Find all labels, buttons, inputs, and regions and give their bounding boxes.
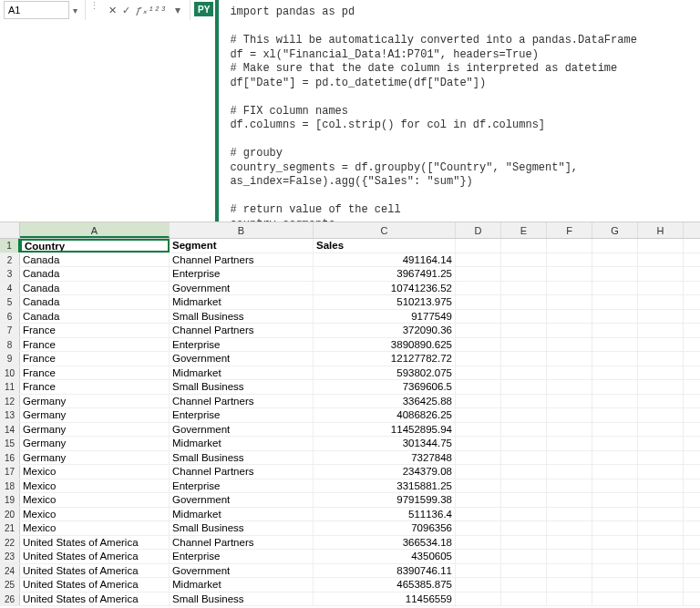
cell-H16[interactable] — [638, 451, 684, 465]
cell-F1[interactable] — [547, 239, 592, 252]
cell-C23[interactable]: 4350605 — [314, 550, 456, 563]
cell-E15[interactable] — [501, 437, 547, 450]
cell-D25[interactable] — [456, 578, 501, 592]
enter-icon[interactable] — [122, 5, 130, 16]
cell-B10[interactable]: Midmarket — [170, 366, 314, 380]
row-header[interactable]: 13 — [0, 408, 20, 422]
row-header[interactable]: 22 — [0, 536, 20, 550]
column-header-B[interactable]: B — [170, 222, 314, 238]
cell-H20[interactable] — [638, 508, 684, 521]
cell-G10[interactable] — [592, 366, 638, 380]
cell-F26[interactable] — [547, 593, 592, 606]
cell-G19[interactable] — [592, 493, 638, 507]
cell-G8[interactable] — [592, 338, 638, 352]
cell-A9[interactable]: France — [20, 352, 170, 366]
cell-A11[interactable]: France — [20, 380, 170, 394]
row-header[interactable]: 6 — [0, 310, 20, 324]
cell-F3[interactable] — [547, 267, 592, 281]
cell-A21[interactable]: Mexico — [20, 521, 170, 535]
cell-B8[interactable]: Enterprise — [170, 338, 314, 352]
cell-F2[interactable] — [547, 253, 592, 267]
cell-D11[interactable] — [456, 380, 501, 394]
row-header[interactable]: 15 — [0, 437, 20, 450]
cell-B6[interactable]: Small Business — [170, 310, 314, 324]
cell-H25[interactable] — [638, 578, 684, 592]
cell-D21[interactable] — [456, 521, 501, 535]
row-header[interactable]: 5 — [0, 295, 20, 309]
cell-F18[interactable] — [547, 479, 592, 493]
fx-icon[interactable]: ƒₓ¹²³ — [136, 5, 166, 16]
cell-G15[interactable] — [592, 437, 638, 450]
cell-E5[interactable] — [501, 295, 547, 309]
cell-F25[interactable] — [547, 578, 592, 592]
cell-D5[interactable] — [456, 295, 501, 309]
cell-A7[interactable]: France — [20, 324, 170, 337]
cell-A10[interactable]: France — [20, 366, 170, 380]
cell-C9[interactable]: 12127782.72 — [314, 352, 456, 366]
cell-H19[interactable] — [638, 493, 684, 507]
cell-F8[interactable] — [547, 338, 592, 352]
row-header[interactable]: 10 — [0, 366, 20, 380]
cell-A1[interactable]: Country — [20, 239, 170, 252]
cell-D24[interactable] — [456, 564, 501, 578]
row-header[interactable]: 1 — [0, 239, 20, 252]
cell-D19[interactable] — [456, 493, 501, 507]
cell-G3[interactable] — [592, 267, 638, 281]
cell-B12[interactable]: Channel Partners — [170, 395, 314, 408]
cell-E12[interactable] — [501, 395, 547, 408]
cell-B5[interactable]: Midmarket — [170, 295, 314, 309]
cell-C5[interactable]: 510213.975 — [314, 295, 456, 309]
cell-C17[interactable]: 234379.08 — [314, 465, 456, 479]
cell-E6[interactable] — [501, 310, 547, 324]
cell-C12[interactable]: 336425.88 — [314, 395, 456, 408]
cell-B26[interactable]: Small Business — [170, 593, 314, 606]
cell-A12[interactable]: Germany — [20, 395, 170, 408]
row-header[interactable]: 7 — [0, 324, 20, 337]
cell-H11[interactable] — [638, 380, 684, 394]
row-header[interactable]: 17 — [0, 465, 20, 479]
cell-F7[interactable] — [547, 324, 592, 337]
cell-F4[interactable] — [547, 282, 592, 295]
cell-C16[interactable]: 7327848 — [314, 451, 456, 465]
cell-G14[interactable] — [592, 423, 638, 437]
cell-H10[interactable] — [638, 366, 684, 380]
cell-C3[interactable]: 3967491.25 — [314, 267, 456, 281]
cell-D10[interactable] — [456, 366, 501, 380]
cell-C10[interactable]: 593802.075 — [314, 366, 456, 380]
cell-D16[interactable] — [456, 451, 501, 465]
cell-G1[interactable] — [592, 239, 638, 252]
cell-E10[interactable] — [501, 366, 547, 380]
cell-B17[interactable]: Channel Partners — [170, 465, 314, 479]
cell-F12[interactable] — [547, 395, 592, 408]
cell-C13[interactable]: 4086826.25 — [314, 408, 456, 422]
cell-A6[interactable]: Canada — [20, 310, 170, 324]
cell-E13[interactable] — [501, 408, 547, 422]
cell-F22[interactable] — [547, 536, 592, 550]
cell-H22[interactable] — [638, 536, 684, 550]
cell-A18[interactable]: Mexico — [20, 479, 170, 493]
row-header[interactable]: 9 — [0, 352, 20, 366]
cell-B2[interactable]: Channel Partners — [170, 253, 314, 267]
cell-H23[interactable] — [638, 550, 684, 563]
row-header[interactable]: 11 — [0, 380, 20, 394]
cell-B16[interactable]: Small Business — [170, 451, 314, 465]
cell-C8[interactable]: 3890890.625 — [314, 338, 456, 352]
cell-G26[interactable] — [592, 593, 638, 606]
cell-H15[interactable] — [638, 437, 684, 450]
cell-D9[interactable] — [456, 352, 501, 366]
cell-B9[interactable]: Government — [170, 352, 314, 366]
row-header[interactable]: 19 — [0, 493, 20, 507]
cell-F21[interactable] — [547, 521, 592, 535]
row-header[interactable]: 4 — [0, 282, 20, 295]
cell-H14[interactable] — [638, 423, 684, 437]
cell-H2[interactable] — [638, 253, 684, 267]
cell-F11[interactable] — [547, 380, 592, 394]
cell-E4[interactable] — [501, 282, 547, 295]
row-header[interactable]: 24 — [0, 564, 20, 578]
cell-G17[interactable] — [592, 465, 638, 479]
cell-G5[interactable] — [592, 295, 638, 309]
cell-D2[interactable] — [456, 253, 501, 267]
cell-G23[interactable] — [592, 550, 638, 563]
cell-B13[interactable]: Enterprise — [170, 408, 314, 422]
cell-B24[interactable]: Government — [170, 564, 314, 578]
